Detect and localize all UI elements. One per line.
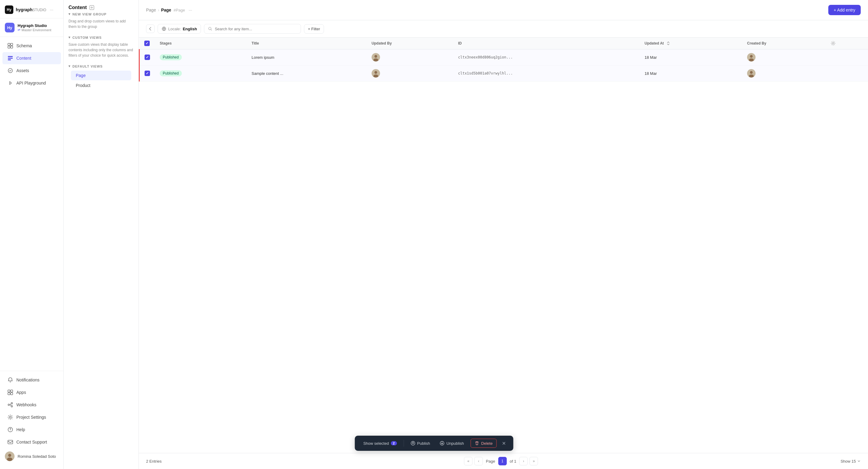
- default-view-product[interactable]: Product: [71, 81, 131, 90]
- profile-name: Hygraph Studio: [18, 23, 51, 28]
- page-total: of 1: [510, 459, 517, 464]
- updated-by-avatar: [372, 53, 380, 62]
- filter-button[interactable]: + Filter: [304, 24, 324, 34]
- show-selected-button[interactable]: Show selected 2: [360, 439, 400, 447]
- apps-icon: [7, 389, 13, 395]
- sidebar-item-contact-support[interactable]: Contact Support: [2, 436, 61, 448]
- publish-icon: [410, 441, 415, 446]
- sidebar-item-api[interactable]: API Playground: [2, 77, 61, 89]
- default-views-label[interactable]: ▾ DEFAULT VIEWS: [68, 64, 134, 68]
- row-stage: Published: [155, 65, 247, 82]
- row-checkbox[interactable]: ✓: [145, 71, 150, 76]
- sidebar-item-help[interactable]: Help: [2, 424, 61, 436]
- th-settings: [826, 38, 868, 50]
- svg-rect-9: [8, 390, 10, 392]
- svg-rect-6: [8, 59, 11, 60]
- publish-label: Publish: [417, 441, 430, 446]
- sidebar-nav: Schema Content Assets: [0, 37, 63, 371]
- collapse-icon: ▾: [68, 35, 71, 39]
- created-by-avatar: [747, 53, 755, 62]
- api-icon: [7, 80, 13, 86]
- default-views-section: ▾ DEFAULT VIEWS Page Product: [64, 64, 138, 91]
- custom-views-label[interactable]: ▾ CUSTOM VIEWS: [68, 35, 134, 39]
- svg-point-26: [833, 43, 834, 44]
- select-all-checkbox[interactable]: ✓: [144, 40, 150, 46]
- sidebar-user[interactable]: Romina Soledad Soto: [0, 448, 63, 464]
- breadcrumb-dots[interactable]: ···: [188, 7, 192, 12]
- logo-text: hygraphSTUDIO: [16, 7, 46, 12]
- breadcrumb-separator: ›: [158, 7, 159, 12]
- delete-label: Delete: [481, 441, 493, 446]
- svg-point-35: [373, 74, 378, 77]
- sidebar-item-content[interactable]: Content: [2, 52, 61, 64]
- page-last-button[interactable]: »: [529, 457, 538, 465]
- sidebar: Hy hygraphSTUDIO ··· Hy Hygraph Studio ⇌…: [0, 0, 64, 469]
- custom-views-desc: Save custom views that display table con…: [68, 42, 134, 58]
- svg-point-16: [9, 416, 11, 418]
- locale-label: Locale:: [168, 27, 181, 31]
- profile-area[interactable]: Hy Hygraph Studio ⇌ Master Environment: [0, 19, 63, 37]
- delete-button[interactable]: Delete: [471, 439, 497, 448]
- content-add-icon[interactable]: [89, 5, 95, 10]
- page-1-button[interactable]: 1: [498, 457, 507, 465]
- logo-menu-dots[interactable]: ···: [50, 7, 54, 12]
- default-view-page[interactable]: Page: [71, 71, 131, 80]
- new-view-group-label[interactable]: ▾ NEW VIEW GROUP: [68, 12, 134, 16]
- row-created-by: [742, 50, 826, 65]
- env-icon: ⇌: [18, 28, 20, 32]
- breadcrumb-parent[interactable]: Page: [146, 7, 156, 12]
- divider: [403, 440, 404, 446]
- svg-point-15: [11, 406, 13, 407]
- unpublish-label: Unpublish: [446, 441, 464, 446]
- svg-point-37: [750, 71, 753, 74]
- sidebar-item-label: Webhooks: [17, 402, 36, 407]
- sidebar-item-project-settings[interactable]: Project Settings: [2, 411, 61, 423]
- row-checkbox-cell: ✓: [140, 65, 155, 82]
- delete-icon: [475, 441, 479, 446]
- row-checkbox[interactable]: ✓: [145, 55, 150, 60]
- table-row[interactable]: ✓ Published Lorem ipsum: [140, 50, 868, 65]
- table-row[interactable]: ✓ Published Sample content ...: [140, 65, 868, 82]
- page-prev-button[interactable]: ‹: [474, 457, 483, 465]
- svg-rect-11: [8, 393, 10, 395]
- row-id: cltx1sd5b001a07vrwylhl...: [453, 65, 640, 82]
- sidebar-item-label: Assets: [17, 68, 29, 73]
- row-created-by: [742, 65, 826, 82]
- action-bar: Show selected 2 Publish Unpublish Delete…: [355, 436, 514, 451]
- show-label: Show 15: [840, 459, 856, 464]
- locale-selector[interactable]: Locale: English: [158, 24, 201, 34]
- add-entry-button[interactable]: + Add entry: [828, 5, 861, 15]
- sidebar-item-webhooks[interactable]: Webhooks: [2, 399, 61, 411]
- schema-icon: [7, 43, 13, 49]
- search-box: [204, 24, 301, 34]
- column-settings-icon[interactable]: [831, 41, 836, 46]
- chevron-down-icon: [857, 459, 861, 463]
- row-title: Sample content ...: [247, 65, 367, 82]
- search-input[interactable]: [215, 27, 297, 31]
- logo-area: Hy hygraphSTUDIO ···: [0, 0, 63, 19]
- sidebar-item-label: API Playground: [17, 81, 46, 86]
- user-name: Romina Soledad Soto: [18, 454, 56, 459]
- sort-icon[interactable]: [666, 41, 671, 45]
- stage-badge: Published: [160, 54, 182, 60]
- publish-button[interactable]: Publish: [407, 439, 433, 447]
- collapse-icon: ▾: [68, 12, 71, 16]
- page-next-button[interactable]: ›: [519, 457, 528, 465]
- search-icon: [208, 26, 213, 31]
- sidebar-item-schema[interactable]: Schema: [2, 40, 61, 52]
- svg-point-28: [374, 55, 377, 58]
- row-updated-at: 18 Mar: [640, 65, 742, 82]
- show-per-page-select[interactable]: Show 15: [840, 459, 861, 464]
- main-content: Page › Page #Page ··· + Add entry Locale…: [139, 0, 868, 469]
- page-first-button[interactable]: «: [464, 457, 472, 465]
- svg-point-38: [749, 74, 754, 77]
- table-container: ✓ Stages Title Updated By ID: [139, 38, 868, 453]
- th-created-by: Created By: [742, 38, 826, 50]
- svg-rect-0: [8, 43, 10, 45]
- collapse-panel-button[interactable]: [146, 25, 155, 33]
- unpublish-button[interactable]: Unpublish: [437, 439, 467, 447]
- sidebar-item-apps[interactable]: Apps: [2, 386, 61, 398]
- sidebar-item-notifications[interactable]: Notifications: [2, 374, 61, 386]
- sidebar-item-assets[interactable]: Assets: [2, 65, 61, 77]
- action-bar-close-button[interactable]: ✕: [500, 439, 508, 447]
